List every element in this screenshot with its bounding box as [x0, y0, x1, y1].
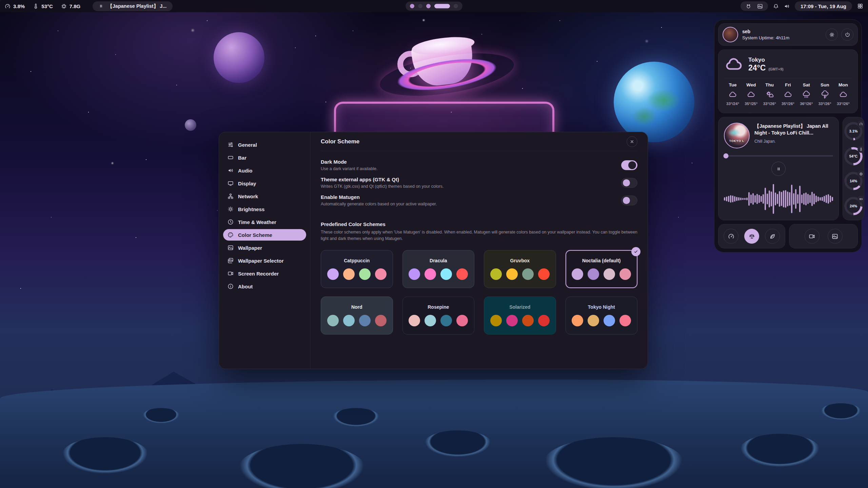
color-swatch [506, 315, 518, 326]
day-label: Sat [803, 82, 810, 87]
workspace-dot-2[interactable] [418, 4, 422, 8]
scheme-card-noctalia[interactable]: Noctalia (default) [566, 250, 638, 288]
sidebar-item-wallpaper[interactable]: Wallpaper [223, 242, 306, 253]
wallpaper-purple-planet [214, 32, 264, 83]
scheme-card-nord[interactable]: Nord [321, 297, 393, 334]
sidebar-item-label: Brightness [238, 206, 264, 212]
gauge-icon [857, 146, 865, 153]
scheme-card-rosepine[interactable]: Rosepine [402, 297, 475, 334]
scheme-swatches [572, 315, 631, 326]
sidebar-item-audio[interactable]: Audio [223, 165, 306, 176]
top-bar-right: 17:09 - Tue, 19 Aug [741, 1, 863, 11]
disk-usage-gauge: 24% [844, 197, 863, 215]
color-swatch [522, 268, 534, 280]
settings-button[interactable] [826, 28, 838, 41]
color-swatch [440, 268, 452, 280]
close-button[interactable] [627, 136, 637, 147]
workspace-dot-3[interactable] [426, 4, 431, 8]
sidebar-item-about[interactable]: About [223, 281, 306, 292]
toggle-row-dark-mode: Dark Mode Use a dark variant if availabl… [321, 159, 637, 171]
thermometer-icon [33, 3, 39, 9]
workspace-dot-4[interactable] [434, 4, 450, 8]
avatar [723, 27, 738, 42]
temperature-gauge: 54°C [844, 147, 863, 165]
dark-mode-toggle[interactable] [621, 160, 637, 170]
clock-icon [228, 219, 234, 225]
weather-current: Tokyo 24°C (GMT+9) [748, 57, 784, 73]
toggle-description: Use a dark variant if available. [321, 166, 377, 171]
power-icon [845, 32, 850, 38]
scheme-card-tokyo-night[interactable]: Tokyo Night [566, 297, 638, 334]
color-swatch [359, 268, 371, 280]
balanced-profile-button[interactable] [744, 229, 759, 244]
chip-icon [859, 172, 863, 176]
username: seb [742, 29, 789, 34]
predefined-schemes-section: Predefined Color Schemes These color sch… [321, 221, 637, 242]
workspace-dot-5[interactable] [454, 4, 458, 8]
volume-icon[interactable] [784, 3, 790, 9]
weather-icon [802, 90, 810, 99]
progress-knob[interactable] [724, 154, 729, 159]
scheme-card-solarized[interactable]: Solarized [484, 297, 556, 334]
pause-icon [776, 166, 781, 171]
sidebar-item-label: Display [238, 181, 256, 186]
wallpaper-earth-planet [614, 62, 694, 142]
sidebar-item-general[interactable]: General [223, 139, 306, 150]
sidebar-item-network[interactable]: Network [223, 190, 306, 202]
power-saver-profile-button[interactable] [765, 229, 780, 244]
color-swatch [409, 268, 420, 280]
wallpaper-button[interactable] [828, 229, 843, 244]
tray-image-icon[interactable] [757, 3, 763, 9]
sidebar-item-screen-recorder[interactable]: Screen Recorder [223, 268, 306, 279]
media-player-pill[interactable]: 【Japanese Playlist】 J... [93, 1, 173, 11]
tray-app-icon[interactable] [746, 3, 751, 9]
settings-window: General Bar Audio Display Network Bright… [219, 132, 648, 369]
workspace-dot-1[interactable] [410, 4, 414, 8]
cpu-usage-gauge: 3.1% [844, 122, 863, 140]
memory-indicator[interactable]: 7.8G [61, 3, 81, 9]
disk-icon [859, 197, 863, 201]
notifications-bell-icon[interactable] [773, 3, 779, 9]
crater [821, 403, 861, 420]
sidebar-item-color-scheme[interactable]: Color Scheme [223, 229, 306, 241]
color-swatch [604, 315, 615, 326]
progress-bar[interactable] [724, 155, 833, 157]
toggle-text: Dark Mode Use a dark variant if availabl… [321, 159, 377, 171]
scheme-name: Solarized [509, 304, 530, 310]
sidebar-item-wallpaper-selector[interactable]: Wallpaper Selector [223, 255, 306, 266]
temperature-indicator[interactable]: 53°C [33, 3, 53, 9]
color-swatch [327, 315, 339, 326]
sidebar-item-time-weather[interactable]: Time & Weather [223, 216, 306, 228]
scheme-card-dracula[interactable]: Dracula [402, 250, 475, 288]
sidebar-item-bar[interactable]: Bar [223, 152, 306, 163]
power-button[interactable] [841, 28, 853, 41]
scheme-card-catppuccin[interactable]: Catppuccin [321, 250, 393, 288]
scheme-name: Catppuccin [344, 258, 370, 263]
dashboard-grid-icon[interactable] [857, 3, 863, 9]
weather-timezone: (GMT+9) [768, 67, 783, 71]
enable-matugen-toggle[interactable] [621, 196, 637, 205]
color-swatch [425, 268, 436, 280]
sidebar-item-brightness[interactable]: Brightness [223, 203, 306, 215]
memory-value: 7.8G [70, 3, 81, 9]
scheme-card-gruvbox[interactable]: Gruvbox [484, 250, 556, 288]
utilities-group [789, 224, 858, 248]
sidebar-item-label: General [238, 142, 257, 148]
media-player-card: TOKYO L 【Japanese Playlist】 Japan All Ni… [718, 117, 839, 220]
selected-check-badge [631, 247, 640, 256]
media-text: 【Japanese Playlist】 Japan All Night - To… [754, 123, 833, 144]
system-stats-column: 3.1% 54°C 14% 24% [843, 117, 864, 220]
clock[interactable]: 17:09 - Tue, 19 Aug [795, 1, 852, 11]
play-pause-button[interactable] [771, 162, 786, 176]
cpu-usage-indicator[interactable]: 3.8% [5, 3, 25, 9]
theme-external-apps-toggle[interactable] [621, 178, 637, 188]
weather-icon [747, 90, 755, 99]
toggle-description: Automatically generate colors based on y… [321, 202, 437, 206]
album-art[interactable]: TOKYO L [724, 123, 750, 148]
performance-profile-button[interactable] [724, 229, 738, 244]
screen-recorder-button[interactable] [805, 229, 820, 244]
scheme-name: Gruvbox [510, 258, 530, 263]
weather-header: Tokyo 24°C (GMT+9) [725, 55, 851, 74]
sidebar-item-display[interactable]: Display [223, 178, 306, 189]
color-swatch [375, 315, 387, 326]
